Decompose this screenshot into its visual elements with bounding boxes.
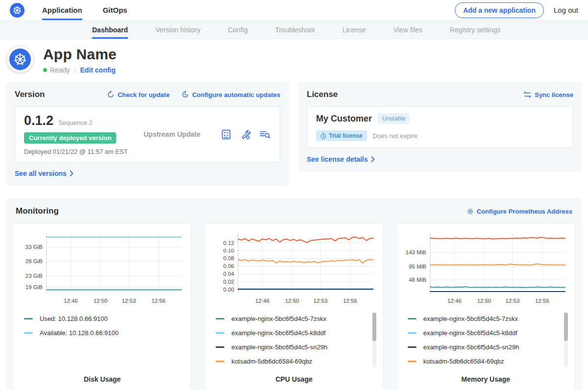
- status-badge: Ready: [43, 66, 70, 74]
- svg-text:12:56: 12:56: [151, 298, 166, 304]
- edit-config-link[interactable]: Edit config: [80, 66, 115, 74]
- deployed-badge: Currently deployed version: [24, 132, 116, 144]
- sync-arrows-icon: [523, 91, 532, 98]
- disk-usage-plot: 33 GiB28 GiB23 GiB19 GiB12:4612:5012:531…: [19, 229, 185, 307]
- svg-text:33 GiB: 33 GiB: [25, 244, 43, 250]
- license-card: License Sync license My Customer Unstabl…: [298, 82, 582, 171]
- legend-swatch-icon: [408, 332, 416, 334]
- gear-icon: [466, 208, 474, 215]
- sync-license-link[interactable]: Sync license: [523, 91, 573, 98]
- svg-text:0.06: 0.06: [223, 263, 234, 269]
- legend-item: example-nginx-5bc6f5d4c5-k8ddf: [408, 326, 564, 340]
- tab-view-files[interactable]: View files: [393, 21, 422, 39]
- add-application-button[interactable]: Add a new application: [455, 2, 544, 18]
- svg-text:0.10: 0.10: [223, 248, 234, 254]
- legend-label: example-nginx-5bc6f5d4c5-k8ddf: [423, 329, 517, 337]
- legend-swatch-icon: [216, 318, 224, 319]
- svg-text:19 GiB: 19 GiB: [25, 284, 43, 290]
- legend-label: kotsadm-5db6dc6584-69qbz: [423, 358, 504, 365]
- tab-license[interactable]: License: [343, 21, 366, 39]
- see-all-versions-link[interactable]: See all versions: [15, 170, 74, 177]
- svg-text:12:46: 12:46: [64, 298, 78, 304]
- memory-usage-legend: example-nginx-5bc6f5d4c5-7zskxexample-ng…: [403, 312, 569, 368]
- version-source-label: Upstream Update: [137, 130, 220, 138]
- configure-prometheus-link[interactable]: Configure Prometheus Address: [466, 208, 572, 215]
- legend-item: kotsadm-5db6dc6584-69qbz: [408, 354, 564, 368]
- legend-item: example-nginx-5bc6f5d4c5-7zskx: [408, 312, 564, 326]
- legend-scrollbar[interactable]: [564, 313, 568, 367]
- legend-scrollbar[interactable]: [372, 313, 376, 367]
- svg-text:0.02: 0.02: [223, 279, 234, 285]
- disk-usage-title: Disk Usage: [19, 368, 185, 383]
- memory-usage-plot: 143 MiB95 MiB48 MiB12:4612:5012:5312:56: [403, 229, 569, 307]
- legend-scrollbar-thumb[interactable]: [372, 313, 376, 341]
- status-label: Ready: [50, 66, 70, 74]
- stopwatch-icon: [320, 133, 326, 139]
- tab-dashboard[interactable]: Dashboard: [92, 21, 128, 39]
- clock-refresh-icon: [181, 91, 189, 98]
- app-kubernetes-icon: [9, 49, 31, 70]
- svg-text:0.12: 0.12: [223, 240, 234, 246]
- svg-text:0.04: 0.04: [223, 271, 235, 277]
- legend-scrollbar-thumb[interactable]: [564, 313, 568, 341]
- legend-item: example-nginx-5bc6f5d4c5-7zskx: [216, 312, 372, 326]
- svg-text:12:53: 12:53: [122, 298, 136, 304]
- view-diff-icon[interactable]: [259, 129, 271, 140]
- config-wrench-icon[interactable]: [240, 129, 251, 140]
- chevron-right-icon: [70, 171, 74, 176]
- top-navbar: Application GitOps Add a new application…: [0, 0, 588, 21]
- monitoring-section: Monitoring Configure Prometheus Address …: [6, 198, 582, 390]
- legend-label: example-nginx-5bc6f5d4c5-7zskx: [231, 315, 326, 322]
- svg-text:12:50: 12:50: [94, 298, 108, 304]
- svg-text:48 MiB: 48 MiB: [409, 277, 426, 283]
- logout-button[interactable]: Log out: [554, 6, 578, 14]
- legend-swatch-icon: [216, 361, 224, 362]
- legend-label: kotsadm-5db6dc6584-69qbz: [231, 358, 312, 365]
- cpu-usage-title: CPU Usage: [211, 368, 377, 383]
- svg-text:0.08: 0.08: [223, 255, 234, 261]
- memory-usage-title: Memory Usage: [403, 368, 569, 383]
- see-all-versions-label: See all versions: [15, 170, 67, 177]
- license-card-title: License: [307, 90, 338, 99]
- svg-text:12:46: 12:46: [447, 298, 462, 304]
- tab-config[interactable]: Config: [228, 21, 247, 39]
- svg-text:12:56: 12:56: [535, 298, 549, 304]
- license-summary: My Customer Unstable Trial license Does …: [307, 106, 573, 148]
- sync-license-label: Sync license: [535, 91, 573, 98]
- svg-text:143 MiB: 143 MiB: [405, 249, 426, 255]
- nav-tab-gitops[interactable]: GitOps: [103, 0, 127, 20]
- svg-text:23 GiB: 23 GiB: [25, 273, 43, 279]
- legend-item: kotsadm-5db6dc6584-69qbz: [216, 354, 372, 368]
- legend-item: Available: 10.128.0.66:9100: [24, 326, 180, 340]
- helm-wheel-icon: [12, 5, 22, 15]
- chevron-right-icon: [371, 156, 375, 162]
- expiry-label: Does not expire: [373, 132, 417, 140]
- see-license-details-link[interactable]: See license details: [307, 155, 375, 163]
- current-version-row: 0.1.2 Sequence 2 Currently deployed vers…: [15, 106, 280, 163]
- version-card: Version Check for update Configure au: [6, 82, 289, 186]
- trial-license-badge: Trial license: [316, 130, 367, 141]
- customer-name: My Customer: [316, 114, 372, 124]
- svg-text:95 MiB: 95 MiB: [409, 264, 426, 269]
- tab-registry-settings[interactable]: Registry settings: [450, 21, 500, 39]
- tab-version-history[interactable]: Version history: [155, 21, 200, 39]
- sequence-label: Sequence 2: [58, 119, 92, 126]
- legend-swatch-icon: [24, 332, 33, 334]
- nav-tab-application[interactable]: Application: [42, 0, 82, 20]
- svg-text:12:53: 12:53: [505, 298, 519, 304]
- legend-item: example-nginx-5bc6f5d4c5-k8ddf: [216, 326, 372, 340]
- tab-troubleshoot[interactable]: Troubleshoot: [275, 21, 315, 39]
- app-header: App Name Ready Edit config: [0, 39, 588, 80]
- channel-badge: Unstable: [378, 113, 410, 124]
- svg-text:12:53: 12:53: [314, 298, 328, 304]
- check-for-update-link[interactable]: Check for update: [107, 91, 170, 98]
- preflight-checks-icon[interactable]: [220, 129, 232, 140]
- memory-usage-chart-card: 143 MiB95 MiB48 MiB12:4612:5012:5312:56 …: [396, 223, 575, 390]
- refresh-icon: [107, 91, 115, 98]
- legend-swatch-icon: [408, 361, 416, 362]
- configure-automatic-updates-link[interactable]: Configure automatic updates: [181, 91, 280, 98]
- version-number: 0.1.2: [24, 113, 53, 128]
- legend-item: Used: 10.128.0.66:9100: [24, 312, 180, 326]
- configure-automatic-updates-label: Configure automatic updates: [192, 91, 280, 98]
- legend-swatch-icon: [408, 346, 416, 348]
